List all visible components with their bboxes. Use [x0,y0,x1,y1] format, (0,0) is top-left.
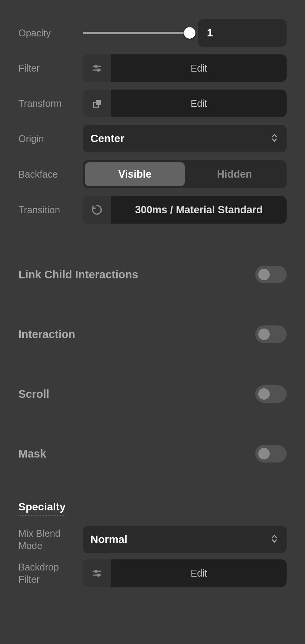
opacity-label: Opacity [18,27,83,39]
svg-point-1 [95,65,97,67]
interaction-toggle[interactable] [255,325,287,343]
mask-toggle[interactable] [255,445,287,463]
origin-select[interactable]: Center [83,125,287,152]
mix-blend-label: Mix Blend Mode [18,527,83,552]
scroll-toggle[interactable] [255,385,287,403]
scroll-label: Scroll [18,388,49,400]
backface-segmented: Visible Hidden [83,160,287,188]
sliders-icon [83,54,111,82]
svg-point-3 [97,69,100,71]
specialty-header: Specialty [18,501,66,516]
filter-edit-label: Edit [111,54,287,82]
layers-icon [83,90,111,117]
transform-label: Transform [18,97,83,110]
transition-value: 300ms / Material Standard [111,196,287,224]
backdrop-edit-label: Edit [111,559,287,587]
timer-icon [83,196,111,224]
mix-blend-value: Normal [90,533,127,546]
link-child-label: Link Child Interactions [18,268,138,281]
transition-label: Transition [18,204,83,216]
link-child-toggle[interactable] [255,266,287,283]
svg-point-9 [97,574,100,576]
transform-edit-button[interactable]: Edit [83,90,287,117]
filter-edit-button[interactable]: Edit [83,54,287,82]
origin-value: Center [90,132,125,145]
backdrop-edit-button[interactable]: Edit [83,559,287,587]
backface-hidden-option[interactable]: Hidden [185,162,284,186]
transform-edit-label: Edit [111,90,287,117]
backface-label: Backface [18,168,83,181]
backface-visible-option[interactable]: Visible [85,162,185,186]
sliders-icon [83,559,111,587]
interaction-label: Interaction [18,328,75,341]
origin-label: Origin [18,132,83,145]
mask-label: Mask [18,448,46,460]
transition-edit-button[interactable]: 300ms / Material Standard [83,196,287,224]
filter-label: Filter [18,62,83,75]
opacity-input[interactable]: 1 [198,19,287,47]
svg-point-7 [95,570,97,572]
mix-blend-select[interactable]: Normal [83,526,287,553]
opacity-slider[interactable] [83,32,190,34]
chevron-updown-icon [271,533,278,546]
backdrop-label: Backdrop Filter [18,561,83,586]
chevron-updown-icon [271,132,278,145]
